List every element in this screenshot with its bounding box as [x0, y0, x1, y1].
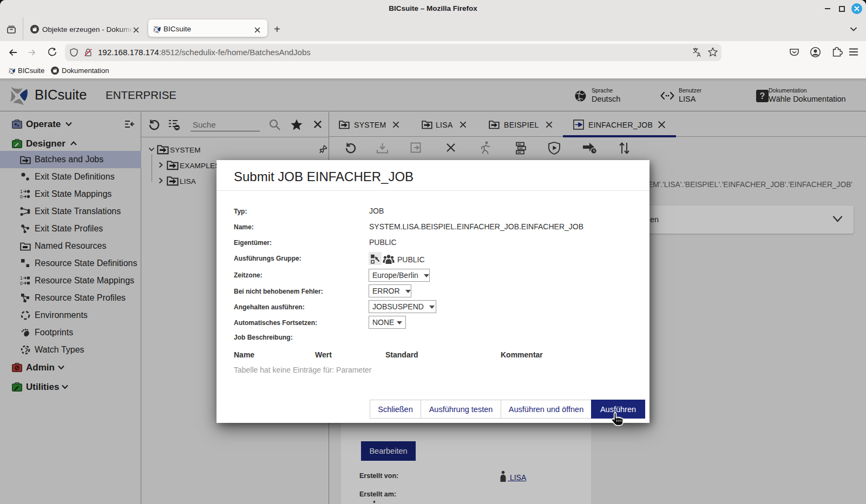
svg-text:A: A [697, 51, 701, 58]
